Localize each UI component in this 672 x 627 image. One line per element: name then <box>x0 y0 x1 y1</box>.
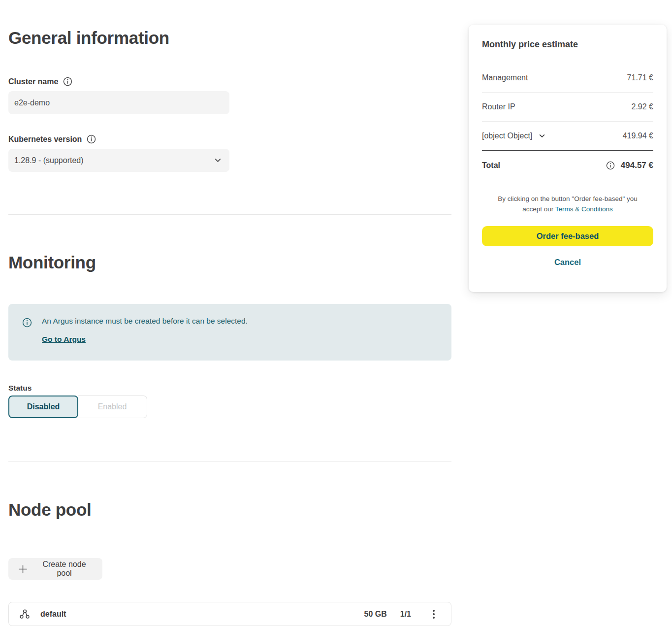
info-icon <box>22 318 32 328</box>
section-divider <box>8 462 451 462</box>
create-node-pool-label: Create node pool <box>36 560 93 578</box>
node-pool-volume-size: 50 GB <box>364 610 387 619</box>
kubernetes-version-label: Kubernetes version <box>8 135 82 144</box>
cancel-button[interactable]: Cancel <box>482 258 653 267</box>
monthly-price-estimate-card: Monthly price estimate Management 71.71 … <box>469 25 667 292</box>
section-divider <box>8 214 451 215</box>
status-option-enabled[interactable]: Enabled <box>78 396 147 418</box>
node-pool-row[interactable]: default 50 GB 1/1 <box>8 602 451 626</box>
cluster-name-input[interactable] <box>8 91 229 114</box>
price-item-value: 2.92 € <box>632 102 653 111</box>
status-label: Status <box>8 384 32 393</box>
status-toggle: Disabled Enabled <box>8 396 147 418</box>
price-item-value: 419.94 € <box>623 132 653 140</box>
price-row-total: Total 494.57 € <box>482 151 653 180</box>
chevron-down-icon[interactable] <box>539 132 545 139</box>
create-node-pool-button[interactable]: Create node pool <box>8 558 102 580</box>
kubernetes-version-label-row: Kubernetes version <box>8 134 96 144</box>
order-fee-based-button[interactable]: Order fee-based <box>482 226 653 246</box>
total-label: Total <box>482 161 500 170</box>
price-row-node-pools: [object Object] 419.94 € <box>482 122 653 151</box>
kebab-menu-icon[interactable] <box>431 608 437 621</box>
price-row-management: Management 71.71 € <box>482 64 653 93</box>
node-pool-name: default <box>40 610 66 619</box>
info-icon[interactable] <box>606 161 615 170</box>
node-pool-heading: Node pool <box>8 500 91 520</box>
go-to-argus-link[interactable]: Go to Argus <box>42 335 86 344</box>
monitoring-heading: Monitoring <box>8 253 96 272</box>
cluster-name-label-row: Cluster name <box>8 77 72 86</box>
price-item-value: 71.71 € <box>627 73 653 82</box>
kubernetes-version-select[interactable]: 1.28.9 - (supported) <box>8 149 229 172</box>
disclaimer-line2-prefix: accept our <box>522 205 555 213</box>
argus-info-alert: An Argus instance must be created before… <box>8 304 451 361</box>
price-item-label: Management <box>482 73 528 82</box>
terms-and-conditions-link[interactable]: Terms & Conditions <box>555 205 613 213</box>
plus-icon <box>18 564 28 574</box>
kubernetes-version-value: 1.28.9 - (supported) <box>14 156 84 165</box>
general-information-heading: General information <box>8 28 169 48</box>
total-value: 494.57 € <box>621 161 653 170</box>
price-item-label: Router IP <box>482 102 515 111</box>
node-pool-node-count: 1/1 <box>400 610 411 619</box>
node-pool-icon <box>19 609 30 620</box>
alert-message: An Argus instance must be created before… <box>42 317 248 326</box>
price-row-router-ip: Router IP 2.92 € <box>482 93 653 122</box>
price-item-label: [object Object] <box>482 132 532 140</box>
price-estimate-title: Monthly price estimate <box>482 39 653 50</box>
disclaimer-line1: By clicking on the button "Order fee-bas… <box>498 195 638 202</box>
info-icon[interactable] <box>63 77 72 86</box>
info-icon[interactable] <box>87 134 96 144</box>
order-disclaimer: By clicking on the button "Order fee-bas… <box>482 194 653 214</box>
cluster-name-label: Cluster name <box>8 77 58 86</box>
status-option-disabled[interactable]: Disabled <box>8 396 78 418</box>
chevron-down-icon <box>214 157 222 164</box>
